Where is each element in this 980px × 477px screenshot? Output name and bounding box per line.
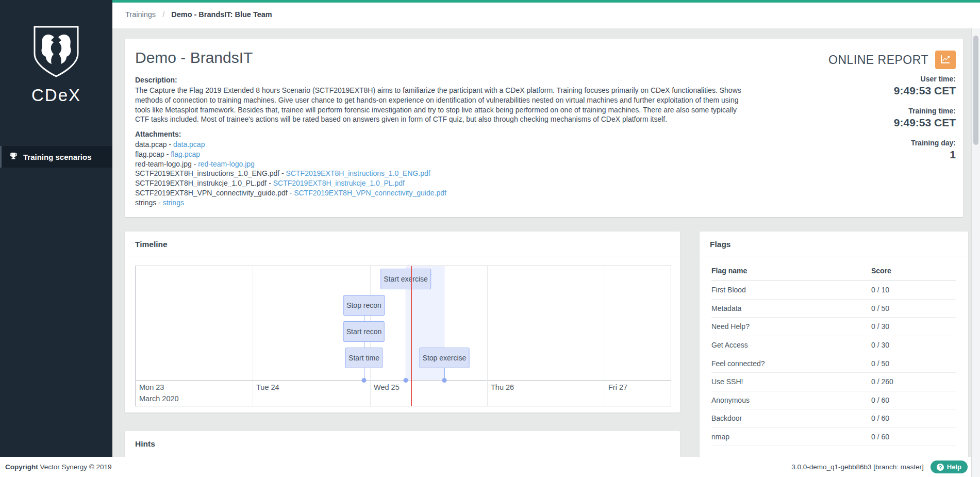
attachment-name: SCTF2019EXT8H_instrukcje_1.0_PL.pdf -: [135, 179, 273, 187]
breadcrumb-trainings-link[interactable]: Trainings: [125, 10, 156, 19]
attachment-row: data.pcap - data.pcap: [135, 140, 446, 150]
breadcrumb-current: Demo - BrandsIT: Blue Team: [171, 10, 272, 19]
copyright-rest: Vector Synergy © 2019: [38, 463, 112, 471]
timeline-month-label: March 2020: [139, 394, 179, 403]
flag-score: 0 / 60: [871, 433, 956, 441]
flag-name: Feel connected?: [711, 359, 871, 368]
online-report-button[interactable]: [935, 51, 956, 69]
trophy-icon: [9, 152, 18, 162]
description-text: The Capture the Flag 2019 Extended 8 hou…: [135, 86, 748, 124]
flag-row: First Blood0 / 10: [711, 281, 956, 300]
sidebar-item-label: Training scenarios: [23, 153, 92, 161]
training-day-value: 1: [911, 149, 956, 161]
flags-header-name: Flag name: [711, 267, 871, 275]
flag-score: 0 / 60: [871, 414, 956, 422]
flag-row: Need Help?0 / 30: [711, 318, 956, 336]
page-title: Demo - BrandsIT: [135, 49, 253, 67]
timeline-gridline: [605, 266, 605, 406]
cdex-wordmark: CDeX: [0, 86, 112, 105]
flag-score: 0 / 60: [871, 396, 956, 404]
cdex-shield-icon: [31, 25, 81, 78]
scrollbar-thumb[interactable]: [973, 36, 978, 145]
attachment-link[interactable]: SCTF2019EXT8H_instructions_1.0_ENG.pdf: [286, 169, 430, 177]
description-label: Description:: [135, 76, 177, 84]
flags-panel: Flags Flag nameScoreFirst Blood0 / 10Met…: [700, 232, 968, 477]
timeline-day-label: Mon 23: [139, 383, 164, 391]
cdex-logo: CDeX: [0, 25, 112, 105]
flag-name: Backdoor: [711, 414, 871, 422]
timeline-point-dot: [362, 378, 367, 383]
footer-right: 3.0.0-demo_q1-gebb86b3 [branch: master] …: [791, 460, 968, 473]
training-day-group: Training day: 1: [911, 139, 956, 161]
flag-name: Use SSH!: [711, 377, 871, 386]
flag-score: 0 / 50: [871, 304, 956, 312]
flag-score: 0 / 30: [871, 322, 956, 331]
timeline-current-time-line: [411, 266, 412, 406]
timeline-day-label: Tue 24: [256, 383, 279, 391]
flag-row: Feel connected?0 / 50: [711, 354, 956, 373]
sidebar-item-training-scenarios[interactable]: Training scenarios: [0, 146, 112, 168]
timeline-event[interactable]: Start exercise: [380, 269, 431, 289]
sidebar: CDeX Training scenarios: [0, 0, 112, 457]
timeline-point-dot: [404, 378, 408, 383]
flags-header-row: Flag nameScore: [711, 260, 956, 281]
attachment-row: SCTF2019EXT8H_VPN_connectivity_guide.pdf…: [135, 188, 446, 198]
attachment-name: flag.pcap -: [135, 150, 171, 158]
flag-name: nmap: [711, 433, 871, 441]
attachment-link[interactable]: SCTF2019EXT8H_instrukcje_1.0_PL.pdf: [273, 179, 405, 187]
timeline-day-label: Fri 27: [608, 383, 627, 391]
flag-name: Need Help?: [711, 322, 871, 331]
flag-row: Get Access0 / 30: [711, 336, 956, 355]
attachments-list: data.pcap - data.pcapflag.pcap - flag.pc…: [135, 140, 446, 207]
flag-name: Get Access: [711, 341, 871, 349]
attachment-link[interactable]: flag.pcap: [171, 150, 200, 158]
timeline-day-label: Thu 26: [491, 383, 514, 391]
hints-title: Hints: [125, 431, 680, 455]
timeline-day-label: Wed 25: [374, 383, 400, 391]
flag-row: nmap0 / 60: [711, 428, 956, 447]
timeline-point-dot: [442, 378, 447, 383]
training-time-value: 9:49:53 CET: [894, 117, 956, 129]
attachment-row: strings - strings: [135, 198, 446, 208]
attachment-row: flag.pcap - flag.pcap: [135, 150, 446, 159]
user-time-value: 9:49:53 CET: [894, 85, 956, 97]
timeline-event[interactable]: Stop recon: [343, 295, 385, 316]
timeline-event[interactable]: Start recon: [343, 321, 385, 342]
scrollbar-track[interactable]: [971, 28, 980, 477]
attachments-label: Attachments:: [135, 130, 181, 138]
flags-table: Flag nameScoreFirst Blood0 / 10Metadata0…: [711, 260, 956, 446]
help-button-label: Help: [947, 463, 961, 471]
attachment-name: SCTF2019EXT8H_VPN_connectivity_guide.pdf…: [135, 189, 294, 197]
training-time-label: Training time:: [894, 107, 956, 115]
attachment-name: strings -: [135, 199, 163, 207]
flag-row: Backdoor0 / 60: [711, 409, 956, 428]
training-day-label: Training day:: [911, 139, 956, 147]
flag-score: 0 / 10: [871, 286, 956, 294]
attachment-link[interactable]: SCTF2019EXT8H_VPN_connectivity_guide.pdf: [294, 189, 446, 197]
attachment-name: red-team-logo.jpg -: [135, 160, 198, 168]
timeline-gridline: [487, 266, 488, 406]
attachment-row: SCTF2019EXT8H_instructions_1.0_ENG.pdf -…: [135, 169, 446, 178]
flag-row: Use SSH!0 / 260: [711, 373, 956, 391]
attachment-row: red-team-logo.jpg - red-team-logo.jpg: [135, 159, 446, 169]
attachment-link[interactable]: data.pcap: [173, 140, 205, 149]
scenario-panel: Demo - BrandsIT Description: The Capture…: [125, 39, 963, 217]
timeline-panel: Timeline March 2020 Mon 23Tue 24Wed 25Th…: [125, 232, 680, 413]
attachment-link[interactable]: red-team-logo.jpg: [198, 160, 255, 168]
breadcrumb: Trainings / Demo - BrandsIT: Blue Team: [112, 3, 980, 19]
flag-name: Anonymous: [711, 396, 871, 404]
attachment-name: SCTF2019EXT8H_instructions_1.0_ENG.pdf -: [135, 169, 286, 177]
timeline-event[interactable]: Stop exercise: [420, 348, 470, 368]
flags-header-score: Score: [871, 267, 956, 275]
flags-title: Flags: [700, 232, 968, 256]
attachment-link[interactable]: strings: [163, 199, 184, 207]
training-time-group: Training time: 9:49:53 CET: [894, 107, 956, 129]
timeline-gridline: [136, 266, 136, 406]
help-button[interactable]: ? Help: [931, 460, 968, 473]
breadcrumb-separator: /: [162, 10, 164, 19]
timeline-event[interactable]: Start time: [345, 348, 383, 368]
attachment-row: SCTF2019EXT8H_instrukcje_1.0_PL.pdf - SC…: [135, 178, 446, 188]
online-report-row: ONLINE REPORT: [828, 51, 956, 69]
flag-row: Metadata0 / 50: [711, 300, 956, 318]
version-text: 3.0.0-demo_q1-gebb86b3 [branch: master]: [791, 463, 924, 471]
